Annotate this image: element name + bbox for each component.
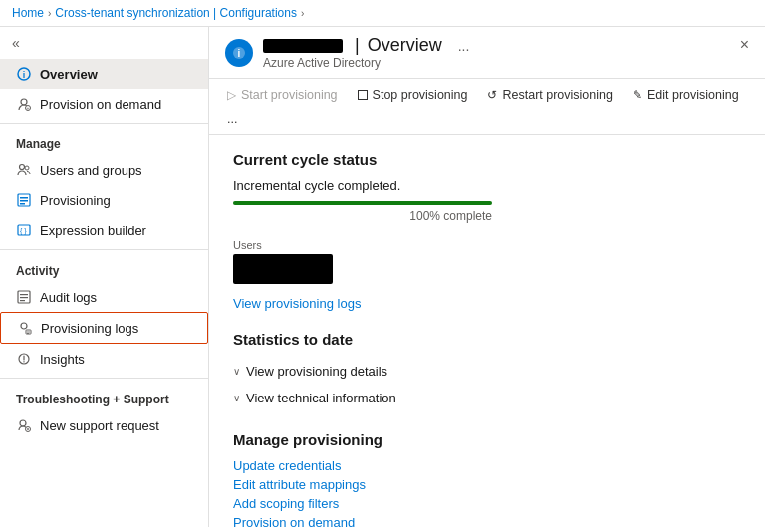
update-credentials-link[interactable]: Update credentials xyxy=(233,458,741,473)
sidebar-activity-label: Activity xyxy=(0,254,208,282)
sidebar-troubleshoot-label: Troubleshooting + Support xyxy=(0,383,208,410)
collapse-button[interactable]: « xyxy=(12,35,20,51)
audit-logs-icon xyxy=(16,289,32,305)
panel-close-button[interactable]: × xyxy=(740,37,749,53)
sidebar-provisioning-label: Provisioning xyxy=(40,193,111,208)
provisioning-logs-icon xyxy=(17,320,33,336)
start-icon: ▷ xyxy=(227,88,236,102)
breadcrumb-chevron-1: › xyxy=(48,8,51,19)
svg-rect-8 xyxy=(20,197,28,199)
view-details-label: View provisioning details xyxy=(246,364,387,379)
panel-title-row: | Overview ... xyxy=(263,35,469,56)
view-technical-info-expand[interactable]: ∨ View technical information xyxy=(233,385,741,411)
sidebar-new-support-label: New support request xyxy=(40,418,159,433)
add-scoping-filters-link[interactable]: Add scoping filters xyxy=(233,496,741,511)
breadcrumb-cross-tenant[interactable]: Cross-tenant synchronization | Configura… xyxy=(55,6,297,20)
panel-subtitle: Azure Active Directory xyxy=(263,56,469,70)
more-icon: ... xyxy=(227,112,237,126)
svg-point-6 xyxy=(25,166,29,170)
more-options-button[interactable]: ... xyxy=(217,107,247,131)
view-provisioning-details-expand[interactable]: ∨ View provisioning details xyxy=(233,358,741,385)
restart-provisioning-button[interactable]: ↺ Restart provisioning xyxy=(477,83,622,107)
svg-point-20 xyxy=(20,420,26,426)
progress-bar-container xyxy=(233,201,492,205)
panel-icon: i xyxy=(225,39,253,67)
panel-dots[interactable]: ... xyxy=(458,38,470,54)
svg-rect-15 xyxy=(20,297,28,298)
sidebar-item-audit-logs[interactable]: Audit logs xyxy=(0,282,208,312)
current-cycle-title: Current cycle status xyxy=(233,151,741,168)
sidebar-divider-1 xyxy=(0,123,208,124)
sidebar-provisioning-logs-label: Provisioning logs xyxy=(41,321,138,336)
sidebar-item-provisioning-logs[interactable]: Provisioning logs xyxy=(0,312,208,344)
svg-point-5 xyxy=(20,165,25,170)
panel-title: Overview xyxy=(368,35,442,56)
edit-provisioning-button[interactable]: ✎ Edit provisioning xyxy=(623,83,749,107)
toolbar: ▷ Start provisioning Stop provisioning ↺… xyxy=(209,79,765,135)
edit-icon: ✎ xyxy=(633,88,642,102)
users-groups-icon xyxy=(16,162,32,178)
sidebar-users-groups-label: Users and groups xyxy=(40,163,142,178)
sidebar-audit-logs-label: Audit logs xyxy=(40,290,97,305)
restart-icon: ↺ xyxy=(487,88,497,102)
sidebar-item-provision-on-demand[interactable]: + Provision on demand xyxy=(0,89,208,119)
sidebar-item-users-groups[interactable]: Users and groups xyxy=(0,155,208,185)
sidebar-item-insights[interactable]: Insights xyxy=(0,344,208,374)
stats-title: Statistics to date xyxy=(233,331,741,348)
svg-rect-9 xyxy=(20,200,28,202)
sidebar-divider-2 xyxy=(0,249,208,250)
sidebar: « i Overview + Provision on demand Manag… xyxy=(0,27,209,527)
content-body: Current cycle status Incremental cycle c… xyxy=(209,135,765,527)
sidebar-header: « xyxy=(0,27,208,59)
sidebar-insights-label: Insights xyxy=(40,352,85,367)
panel-name-redacted xyxy=(263,39,343,53)
provision-on-demand-icon: + xyxy=(16,96,32,112)
start-provisioning-button[interactable]: ▷ Start provisioning xyxy=(217,83,348,107)
insights-icon xyxy=(16,351,32,367)
restart-label: Restart provisioning xyxy=(502,88,612,102)
sidebar-item-overview[interactable]: i Overview xyxy=(0,59,208,89)
progress-label: 100% complete xyxy=(233,209,492,223)
view-provisioning-logs-link[interactable]: View provisioning logs xyxy=(233,296,361,311)
stop-provisioning-button[interactable]: Stop provisioning xyxy=(348,83,478,107)
breadcrumb-chevron-2: › xyxy=(301,8,304,19)
panel-header: i | Overview ... Azure Active Directory … xyxy=(209,27,765,79)
sidebar-divider-3 xyxy=(0,378,208,379)
expression-builder-icon: { } xyxy=(16,222,32,238)
provision-on-demand-link[interactable]: Provision on demand xyxy=(233,515,741,527)
stop-icon xyxy=(358,90,368,100)
incremental-text: Incremental cycle completed. xyxy=(233,178,741,193)
edit-label: Edit provisioning xyxy=(647,88,739,102)
svg-text:i: i xyxy=(238,48,241,59)
overview-icon: i xyxy=(16,66,32,82)
manage-provisioning-section: Manage provisioning Update credentials E… xyxy=(233,431,741,527)
svg-rect-16 xyxy=(20,300,25,301)
panel-title-block: | Overview ... Azure Active Directory xyxy=(263,35,469,70)
sidebar-manage-label: Manage xyxy=(0,128,208,155)
provisioning-icon xyxy=(16,192,32,208)
svg-text:{ }: { } xyxy=(20,227,27,235)
sidebar-expression-builder-label: Expression builder xyxy=(40,223,146,238)
svg-text:i: i xyxy=(23,70,26,80)
breadcrumb-home[interactable]: Home xyxy=(12,6,44,20)
svg-rect-14 xyxy=(20,294,28,295)
sidebar-overview-label: Overview xyxy=(40,67,98,82)
users-box: Users xyxy=(233,239,741,284)
start-label: Start provisioning xyxy=(241,88,338,102)
stop-label: Stop provisioning xyxy=(373,88,468,102)
progress-bar-fill xyxy=(233,201,492,205)
manage-provisioning-title: Manage provisioning xyxy=(233,431,741,448)
svg-text:+: + xyxy=(27,105,30,111)
stats-section: Statistics to date ∨ View provisioning d… xyxy=(233,331,741,411)
users-label: Users xyxy=(233,239,741,251)
svg-rect-10 xyxy=(20,203,25,205)
view-technical-label: View technical information xyxy=(246,391,396,405)
sidebar-item-new-support[interactable]: New support request xyxy=(0,410,208,440)
edit-attribute-mappings-link[interactable]: Edit attribute mappings xyxy=(233,477,741,492)
chevron-down-icon-2: ∨ xyxy=(233,393,240,403)
sidebar-item-expression-builder[interactable]: { } Expression builder xyxy=(0,215,208,245)
sidebar-provision-demand-label: Provision on demand xyxy=(40,97,161,112)
main-content: i | Overview ... Azure Active Directory … xyxy=(209,27,765,527)
sidebar-item-provisioning[interactable]: Provisioning xyxy=(0,185,208,215)
svg-point-17 xyxy=(21,323,27,329)
